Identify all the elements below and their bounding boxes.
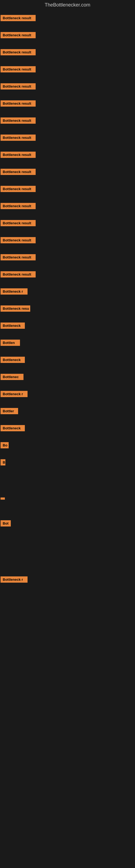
list-item: Bottleneck xyxy=(0,420,135,437)
bottleneck-badge[interactable]: Bottleneck r xyxy=(1,288,28,294)
list-item: B xyxy=(0,454,135,471)
list-item: Bottleneck r xyxy=(0,283,135,301)
bottleneck-badge[interactable]: Bottleneck r xyxy=(1,577,28,583)
bottleneck-badge[interactable]: Bottleneck result xyxy=(1,271,36,278)
bottleneck-badge[interactable]: Bottleneck xyxy=(1,322,25,329)
list-item xyxy=(0,552,135,562)
site-title: TheBottlenecker.com xyxy=(0,0,135,10)
bottleneck-badge[interactable]: Bottleneck result xyxy=(1,220,36,226)
list-item: Bottleneck result xyxy=(0,10,135,27)
bottleneck-badge[interactable]: Bottleneck result xyxy=(1,134,36,141)
list-item: Bot xyxy=(0,516,135,532)
list-item: Bottleneck result xyxy=(0,198,135,215)
list-item xyxy=(0,481,135,491)
bottleneck-badge[interactable]: Bottleneck result xyxy=(1,100,36,106)
bottleneck-badge[interactable]: Bottleneck result xyxy=(1,83,36,90)
list-item: Bottleneck result xyxy=(0,61,135,79)
list-item: Bottlen xyxy=(0,335,135,352)
list-item xyxy=(0,598,135,608)
list-item xyxy=(0,532,135,542)
list-item xyxy=(0,471,135,481)
bottleneck-badge[interactable]: Bottleneck result xyxy=(1,254,36,260)
list-item: Bottleneck result xyxy=(0,27,135,44)
list-item: Bottleneck result xyxy=(0,249,135,267)
bottleneck-badge[interactable]: Bottleneck result xyxy=(1,32,36,38)
list-item xyxy=(0,542,135,552)
bottleneck-badge[interactable]: Bottleneck result xyxy=(1,118,36,124)
bottleneck-badge[interactable]: Bottleneck result xyxy=(1,152,36,158)
bottleneck-badge[interactable]: Bottleneck xyxy=(1,425,25,431)
list-item: Bottleneck result xyxy=(0,44,135,61)
list-item: Bottleneck result xyxy=(0,113,135,130)
list-item xyxy=(0,491,135,506)
bottleneck-badge[interactable]: Bottlenec xyxy=(1,374,24,380)
bottleneck-badge[interactable]: Bottleneck result xyxy=(1,169,36,175)
list-item: Bottleneck result xyxy=(0,147,135,164)
list-item xyxy=(0,506,135,516)
list-item: Bottleneck result xyxy=(0,164,135,181)
bottleneck-badge[interactable]: Bottleneck result xyxy=(1,203,36,209)
list-item xyxy=(0,608,135,618)
bottleneck-badge[interactable]: Bo xyxy=(1,442,9,448)
list-item: Bottler xyxy=(0,403,135,420)
bottleneck-badge[interactable]: Bottleneck result xyxy=(1,237,36,243)
list-item: Bottleneck result xyxy=(0,215,135,232)
list-item: Bottleneck resu xyxy=(0,301,135,318)
list-item: Bottleneck r xyxy=(0,571,135,589)
list-item: Bottleneck result xyxy=(0,130,135,147)
list-item: Bottleneck result xyxy=(0,95,135,113)
bottleneck-badge[interactable]: Bottleneck result xyxy=(1,49,36,55)
list-item: Bottleneck result xyxy=(0,232,135,249)
bottleneck-badge[interactable]: Bottlen xyxy=(1,340,20,346)
list-item: Bottleneck xyxy=(0,352,135,369)
bottleneck-badge[interactable]: Bottleneck result xyxy=(1,15,36,21)
list-item: Bottleneck xyxy=(0,318,135,335)
bottleneck-badge[interactable]: Bottleneck result xyxy=(1,186,36,192)
list-item: Bottleneck result xyxy=(0,181,135,198)
bottleneck-badge[interactable]: Bottleneck xyxy=(1,357,25,363)
list-item xyxy=(0,562,135,571)
bottleneck-badge[interactable] xyxy=(1,497,5,500)
list-item: Bottleneck result xyxy=(0,79,135,95)
list-item: Bottleneck result xyxy=(0,267,135,283)
bottleneck-badge[interactable]: Bottler xyxy=(1,408,18,414)
bottleneck-badge[interactable]: Bottleneck resu xyxy=(1,305,30,312)
bottleneck-badge[interactable]: Bottleneck r xyxy=(1,391,28,397)
list-item: Bo xyxy=(0,437,135,454)
bottleneck-badge[interactable]: B xyxy=(1,459,5,465)
list-item: Bottlenec xyxy=(0,369,135,386)
bottleneck-badge[interactable]: Bot xyxy=(1,520,11,527)
bottleneck-badge[interactable]: Bottleneck result xyxy=(1,66,36,72)
list-item: Bottleneck r xyxy=(0,386,135,403)
list-item xyxy=(0,589,135,598)
